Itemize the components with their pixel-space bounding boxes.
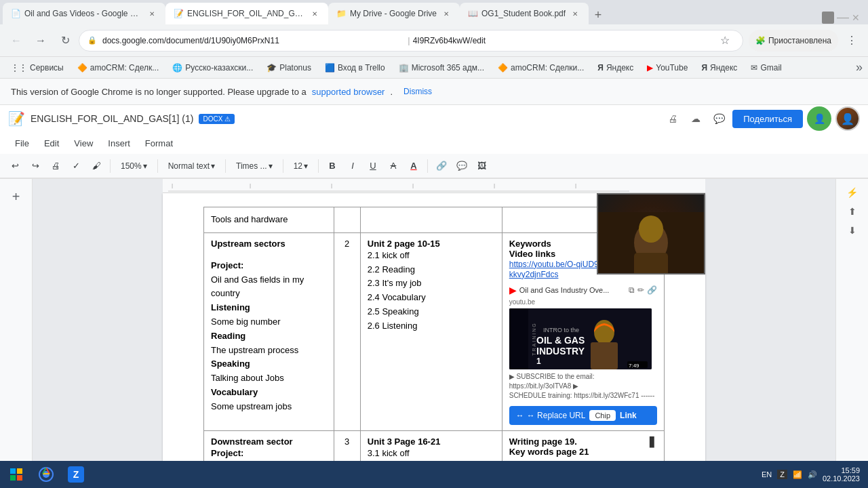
tab-favicon-2: 📝 bbox=[174, 9, 183, 18]
italic-button[interactable]: I bbox=[343, 157, 362, 176]
dismiss-button[interactable]: Dismiss bbox=[398, 84, 437, 99]
user-profile-pic[interactable]: 👤 bbox=[835, 106, 860, 131]
video-actions: ⧉ ✏ 🔗 bbox=[629, 285, 657, 295]
underline-button[interactable]: U bbox=[363, 157, 382, 176]
menu-format[interactable]: Format bbox=[138, 136, 180, 151]
tab-close-4[interactable]: ✕ bbox=[570, 8, 580, 19]
replace-url-icon: ↔ ↔ Replace URL bbox=[516, 411, 586, 420]
bookmark-ms365[interactable]: 🏢 Microsoft 365 адм... bbox=[393, 60, 490, 76]
copy-icon[interactable]: ⧉ bbox=[629, 285, 635, 295]
platonus-icon: 🎓 bbox=[267, 63, 277, 73]
menu-file[interactable]: File bbox=[8, 136, 36, 151]
print-fmt-button[interactable]: 🖨 bbox=[46, 157, 65, 176]
video-thumbnail[interactable]: TRAINING INTRO to the bbox=[509, 308, 652, 369]
downstream-writing: Writing page 19. bbox=[509, 436, 589, 447]
image-button[interactable]: 🖼 bbox=[473, 157, 492, 176]
right-sidebar-btn-1[interactable]: ⚡ bbox=[844, 184, 861, 201]
right-sidebar-btn-3[interactable]: ⬇ bbox=[844, 222, 861, 239]
unlink-icon[interactable]: 🔗 bbox=[647, 285, 657, 295]
upstream-project-label: Project: bbox=[211, 259, 327, 273]
menu-edit[interactable]: Edit bbox=[37, 136, 66, 151]
document-table: Tools and hardware Upstream sectors bbox=[203, 207, 665, 461]
close-window-button[interactable]: ✕ bbox=[852, 12, 860, 23]
cloud-button[interactable]: ☁ bbox=[686, 109, 705, 128]
taskbar-z-icon[interactable]: Z bbox=[62, 461, 90, 488]
svg-text:|: | bbox=[331, 182, 332, 188]
tab-close-1[interactable]: ✕ bbox=[146, 8, 157, 19]
paint-format-button[interactable]: 🖌 bbox=[87, 157, 106, 176]
supported-browser-link[interactable]: supported browser bbox=[312, 87, 385, 97]
tab-oil-gas-videos[interactable]: 📄 Oil and Gas Videos - Google D... ✕ bbox=[3, 3, 165, 24]
document-container: Mr. Isaiah Baggett, KILC Tools and hardw… bbox=[163, 193, 705, 461]
tab-close-3[interactable]: ✕ bbox=[441, 8, 452, 19]
svg-text:1: 1 bbox=[536, 357, 541, 366]
menu-insert[interactable]: Insert bbox=[101, 136, 137, 151]
right-sidebar-btn-2[interactable]: ⬆ bbox=[844, 203, 861, 220]
taskbar: Z EN Z 📶 🔊 15:59 02.10.2023 bbox=[0, 461, 868, 488]
menu-view[interactable]: View bbox=[67, 136, 100, 151]
document-page: Mr. Isaiah Baggett, KILC Tools and hardw… bbox=[163, 193, 705, 461]
bookmark-yandex[interactable]: Я Яндекс bbox=[592, 60, 639, 76]
zoom-dropdown[interactable]: 150% ▾ bbox=[115, 157, 153, 176]
minimize-button[interactable]: — bbox=[837, 10, 849, 24]
typing-cursor: ▋ bbox=[650, 436, 657, 447]
gdocs-document-title[interactable]: ENGLISH_FOR_OIL_AND_GAS[1] (1) bbox=[31, 113, 193, 124]
chip-button[interactable]: Chip bbox=[589, 410, 616, 421]
bold-button[interactable]: B bbox=[323, 157, 342, 176]
gdocs-icon: 📝 bbox=[8, 110, 25, 127]
bookmark-star[interactable]: ☆ bbox=[715, 31, 734, 50]
more-bookmarks-button[interactable]: » bbox=[856, 60, 863, 75]
bookmark-amocrm2[interactable]: 🔶 amoCRM: Сделки... bbox=[492, 60, 589, 76]
start-button[interactable] bbox=[3, 461, 30, 488]
fontsize-dropdown[interactable]: 12 ▾ bbox=[288, 157, 314, 176]
table-row-downstream: Downstream sector Project: Student inter… bbox=[204, 430, 665, 461]
gmail-icon: ✉ bbox=[751, 63, 757, 73]
upstream-listening-text: Some big number bbox=[211, 315, 327, 329]
bookmark-youtube[interactable]: ▶ YouTube bbox=[642, 60, 693, 76]
bookmark-trello[interactable]: 🟦 Вход в Trello bbox=[319, 60, 391, 76]
redo-button[interactable]: ↪ bbox=[26, 157, 45, 176]
tab-english-gas[interactable]: 📝 ENGLISH_FOR_OIL_AND_GAS[1]... ✕ bbox=[165, 3, 328, 24]
bookmark-platonus[interactable]: 🎓 Platonus bbox=[261, 60, 317, 76]
link-button-replace[interactable]: Link bbox=[620, 411, 637, 420]
back-button[interactable]: ← bbox=[5, 30, 27, 52]
bookmark-dict[interactable]: 🌐 Русско-казахски... bbox=[167, 60, 258, 76]
zoom-chevron: ▾ bbox=[143, 161, 147, 171]
bookmark-ms365-label: Microsoft 365 адм... bbox=[412, 63, 484, 73]
restore-button[interactable] bbox=[822, 12, 834, 24]
tab-my-drive[interactable]: 📁 My Drive - Google Drive ✕ bbox=[328, 3, 460, 24]
tab-close-2[interactable]: ✕ bbox=[309, 8, 320, 19]
text-color-button[interactable]: A bbox=[404, 157, 423, 176]
downstream-content-title: Unit 3 Page 16-21 bbox=[368, 436, 495, 447]
forward-button[interactable]: → bbox=[30, 30, 52, 52]
new-tab-button[interactable]: + bbox=[589, 5, 608, 24]
bookmark-gmail[interactable]: ✉ Gmail bbox=[745, 60, 787, 76]
spellcheck-button[interactable]: ✓ bbox=[66, 157, 85, 176]
bookmark-apps[interactable]: ⋮⋮ Сервисы bbox=[5, 60, 69, 76]
print-button[interactable]: 🖨 bbox=[663, 109, 682, 128]
taskbar-chrome-icon[interactable] bbox=[33, 461, 60, 488]
edit-icon[interactable]: ✏ bbox=[637, 285, 644, 295]
user-avatar[interactable]: 👤 bbox=[807, 106, 831, 131]
extension-paused-button[interactable]: 🧩 Приостановлена bbox=[749, 30, 838, 52]
style-dropdown[interactable]: Normal text ▾ bbox=[162, 157, 221, 176]
comment-button[interactable]: 💬 bbox=[452, 157, 471, 176]
refresh-button[interactable]: ↻ bbox=[54, 30, 76, 52]
bookmark-yandex2[interactable]: Я Яндекс bbox=[696, 60, 743, 76]
separator-3 bbox=[225, 159, 226, 173]
subscribe-line2: SCHEDULE training: https://bit.ly/32WFc7… bbox=[509, 392, 655, 399]
font-dropdown[interactable]: Times ... ▾ bbox=[230, 157, 279, 176]
notification-dot: . bbox=[390, 87, 393, 97]
bookmark-amocrm[interactable]: 🔶 amoCRM: Сделк... bbox=[72, 60, 165, 76]
comments-button[interactable]: 💬 bbox=[709, 109, 728, 128]
cell-tools-topic: Tools and hardware bbox=[204, 207, 334, 233]
strikethrough-button[interactable]: A bbox=[384, 157, 403, 176]
undo-button[interactable]: ↩ bbox=[5, 157, 24, 176]
add-page-button[interactable]: + bbox=[4, 184, 28, 209]
tab-student-book[interactable]: 📖 OG1_Student Book.pdf ✕ bbox=[460, 3, 589, 24]
share-button[interactable]: Поделиться bbox=[732, 110, 803, 128]
link-button[interactable]: 🔗 bbox=[432, 157, 451, 176]
url-bar[interactable]: 🔒 docs.google.com/document/d/1U90iy0M6Pr… bbox=[79, 30, 743, 52]
svg-point-9 bbox=[639, 216, 663, 243]
extensions-button[interactable]: ⋮ bbox=[841, 30, 863, 52]
